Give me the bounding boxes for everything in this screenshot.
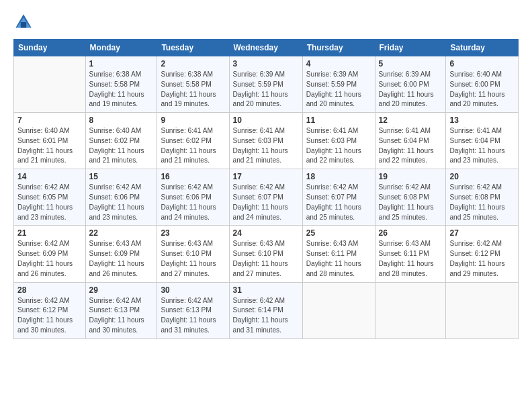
day-info: Sunrise: 6:42 AMSunset: 6:12 PMDaylight:… — [449, 239, 515, 279]
calendar-day-cell: 11Sunrise: 6:41 AMSunset: 6:03 PMDayligh… — [302, 113, 375, 169]
page-header — [13, 12, 519, 32]
calendar-day-cell: 12Sunrise: 6:41 AMSunset: 6:04 PMDayligh… — [375, 113, 446, 169]
calendar-day-cell: 27Sunrise: 6:42 AMSunset: 6:12 PMDayligh… — [446, 226, 519, 282]
calendar-day-cell: 28Sunrise: 6:42 AMSunset: 6:12 PMDayligh… — [14, 282, 86, 338]
day-info: Sunrise: 6:43 AMSunset: 6:11 PMDaylight:… — [306, 239, 371, 279]
weekday-header: Monday — [85, 40, 157, 56]
day-number: 26 — [379, 228, 443, 238]
day-number: 6 — [449, 59, 515, 68]
calendar-day-cell: 22Sunrise: 6:43 AMSunset: 6:09 PMDayligh… — [85, 226, 157, 282]
calendar-day-cell: 14Sunrise: 6:42 AMSunset: 6:05 PMDayligh… — [14, 169, 86, 226]
calendar-week-row: 1Sunrise: 6:38 AMSunset: 5:58 PMDaylight… — [14, 56, 519, 113]
weekday-header: Thursday — [302, 40, 375, 56]
calendar-day-cell: 2Sunrise: 6:38 AMSunset: 5:58 PMDaylight… — [157, 56, 229, 113]
day-number: 13 — [449, 116, 515, 125]
calendar-table: SundayMondayTuesdayWednesdayThursdayFrid… — [13, 39, 519, 339]
day-number: 29 — [89, 285, 154, 295]
calendar-day-cell: 26Sunrise: 6:43 AMSunset: 6:11 PMDayligh… — [375, 226, 446, 282]
day-info: Sunrise: 6:43 AMSunset: 6:10 PMDaylight:… — [161, 239, 225, 279]
day-info: Sunrise: 6:40 AMSunset: 6:00 PMDaylight:… — [449, 70, 515, 109]
day-info: Sunrise: 6:42 AMSunset: 6:14 PMDaylight:… — [233, 296, 299, 336]
day-number: 16 — [161, 172, 225, 181]
day-info: Sunrise: 6:39 AMSunset: 6:00 PMDaylight:… — [379, 70, 443, 109]
calendar-day-cell: 3Sunrise: 6:39 AMSunset: 5:59 PMDaylight… — [229, 56, 302, 113]
calendar-day-cell: 24Sunrise: 6:43 AMSunset: 6:10 PMDayligh… — [229, 226, 302, 282]
calendar-day-cell: 25Sunrise: 6:43 AMSunset: 6:11 PMDayligh… — [302, 226, 375, 282]
calendar-day-cell: 1Sunrise: 6:38 AMSunset: 5:58 PMDaylight… — [85, 56, 157, 113]
calendar-day-cell: 5Sunrise: 6:39 AMSunset: 6:00 PMDaylight… — [375, 56, 446, 113]
day-number: 21 — [17, 228, 82, 238]
day-info: Sunrise: 6:40 AMSunset: 6:02 PMDaylight:… — [89, 126, 154, 166]
day-number: 20 — [449, 172, 515, 181]
day-info: Sunrise: 6:41 AMSunset: 6:04 PMDaylight:… — [379, 126, 443, 166]
calendar-day-cell: 4Sunrise: 6:39 AMSunset: 5:59 PMDaylight… — [302, 56, 375, 113]
calendar-day-cell: 17Sunrise: 6:42 AMSunset: 6:07 PMDayligh… — [229, 169, 302, 226]
calendar-week-row: 21Sunrise: 6:42 AMSunset: 6:09 PMDayligh… — [14, 226, 519, 282]
day-number: 24 — [233, 228, 299, 238]
day-number: 31 — [233, 285, 299, 295]
day-number: 10 — [233, 116, 299, 125]
day-info: Sunrise: 6:42 AMSunset: 6:12 PMDaylight:… — [17, 296, 82, 336]
day-info: Sunrise: 6:43 AMSunset: 6:11 PMDaylight:… — [379, 239, 443, 279]
day-number: 7 — [17, 116, 82, 125]
calendar-day-cell: 10Sunrise: 6:41 AMSunset: 6:03 PMDayligh… — [229, 113, 302, 169]
day-number: 3 — [233, 59, 299, 68]
day-number: 28 — [17, 285, 82, 295]
day-info: Sunrise: 6:42 AMSunset: 6:07 PMDaylight:… — [233, 183, 299, 222]
calendar-day-cell — [302, 282, 375, 338]
day-number: 19 — [379, 172, 443, 181]
calendar-day-cell — [375, 282, 446, 338]
calendar-day-cell: 13Sunrise: 6:41 AMSunset: 6:04 PMDayligh… — [446, 113, 519, 169]
weekday-header: Friday — [375, 40, 446, 56]
calendar-day-cell: 8Sunrise: 6:40 AMSunset: 6:02 PMDaylight… — [85, 113, 157, 169]
day-number: 4 — [306, 59, 371, 68]
calendar-day-cell: 30Sunrise: 6:42 AMSunset: 6:13 PMDayligh… — [157, 282, 229, 338]
day-number: 22 — [89, 228, 154, 238]
day-number: 5 — [379, 59, 443, 68]
calendar-day-cell: 21Sunrise: 6:42 AMSunset: 6:09 PMDayligh… — [14, 226, 86, 282]
calendar-day-cell: 20Sunrise: 6:42 AMSunset: 6:08 PMDayligh… — [446, 169, 519, 226]
day-number: 8 — [89, 116, 154, 125]
day-info: Sunrise: 6:42 AMSunset: 6:09 PMDaylight:… — [17, 239, 82, 279]
day-info: Sunrise: 6:41 AMSunset: 6:02 PMDaylight:… — [161, 126, 225, 166]
day-info: Sunrise: 6:41 AMSunset: 6:03 PMDaylight:… — [233, 126, 299, 166]
calendar-week-row: 7Sunrise: 6:40 AMSunset: 6:01 PMDaylight… — [14, 113, 519, 169]
calendar-header-row: SundayMondayTuesdayWednesdayThursdayFrid… — [14, 40, 519, 56]
calendar-week-row: 28Sunrise: 6:42 AMSunset: 6:12 PMDayligh… — [14, 282, 519, 338]
weekday-header: Saturday — [446, 40, 519, 56]
day-info: Sunrise: 6:43 AMSunset: 6:09 PMDaylight:… — [89, 239, 154, 279]
calendar-day-cell: 9Sunrise: 6:41 AMSunset: 6:02 PMDaylight… — [157, 113, 229, 169]
day-info: Sunrise: 6:42 AMSunset: 6:13 PMDaylight:… — [89, 296, 154, 336]
day-number: 27 — [449, 228, 515, 238]
day-info: Sunrise: 6:42 AMSunset: 6:07 PMDaylight:… — [306, 183, 371, 222]
day-info: Sunrise: 6:40 AMSunset: 6:01 PMDaylight:… — [17, 126, 82, 166]
day-number: 1 — [89, 59, 154, 68]
calendar-day-cell: 7Sunrise: 6:40 AMSunset: 6:01 PMDaylight… — [14, 113, 86, 169]
day-number: 17 — [233, 172, 299, 181]
calendar-day-cell — [446, 282, 519, 338]
calendar-week-row: 14Sunrise: 6:42 AMSunset: 6:05 PMDayligh… — [14, 169, 519, 226]
calendar-day-cell: 29Sunrise: 6:42 AMSunset: 6:13 PMDayligh… — [85, 282, 157, 338]
weekday-header: Wednesday — [229, 40, 302, 56]
calendar-day-cell: 23Sunrise: 6:43 AMSunset: 6:10 PMDayligh… — [157, 226, 229, 282]
day-number: 2 — [161, 59, 225, 68]
day-info: Sunrise: 6:42 AMSunset: 6:08 PMDaylight:… — [449, 183, 515, 222]
day-info: Sunrise: 6:38 AMSunset: 5:58 PMDaylight:… — [161, 70, 225, 109]
day-info: Sunrise: 6:38 AMSunset: 5:58 PMDaylight:… — [89, 70, 154, 109]
day-info: Sunrise: 6:42 AMSunset: 6:06 PMDaylight:… — [89, 183, 154, 222]
logo-icon — [13, 12, 34, 32]
logo — [13, 12, 36, 32]
day-number: 9 — [161, 116, 225, 125]
day-info: Sunrise: 6:39 AMSunset: 5:59 PMDaylight:… — [233, 70, 299, 109]
day-number: 11 — [306, 116, 371, 125]
calendar-day-cell: 31Sunrise: 6:42 AMSunset: 6:14 PMDayligh… — [229, 282, 302, 338]
day-number: 25 — [306, 228, 371, 238]
day-number: 18 — [306, 172, 371, 181]
day-number: 14 — [17, 172, 82, 181]
calendar-day-cell — [14, 56, 86, 113]
day-number: 23 — [161, 228, 225, 238]
page-container: SundayMondayTuesdayWednesdayThursdayFrid… — [0, 0, 532, 347]
weekday-header: Tuesday — [157, 40, 229, 56]
day-number: 15 — [89, 172, 154, 181]
day-info: Sunrise: 6:43 AMSunset: 6:10 PMDaylight:… — [233, 239, 299, 279]
